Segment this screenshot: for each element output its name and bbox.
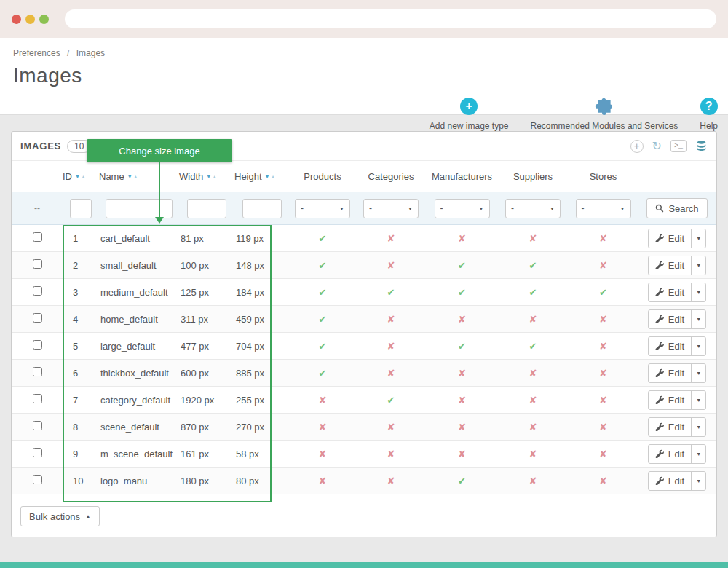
- flag-stores: ✔: [569, 279, 638, 306]
- plus-circle-icon: +: [460, 98, 478, 115]
- edit-dropdown-toggle[interactable]: ▼: [691, 283, 705, 301]
- row-checkbox[interactable]: [33, 259, 42, 269]
- row-height: 58 px: [234, 441, 290, 468]
- flag-suppliers: ✘: [497, 441, 569, 468]
- help-button[interactable]: ? Help: [700, 98, 718, 131]
- address-bar[interactable]: [65, 9, 716, 28]
- window-minimize-button[interactable]: [25, 15, 35, 24]
- panel-add-icon[interactable]: +: [630, 140, 644, 153]
- chevron-down-icon: ▼: [696, 263, 701, 268]
- edit-button-group: Edit ▼: [648, 444, 706, 464]
- sort-icons: ▼▲: [127, 174, 138, 179]
- row-width: 180 px: [179, 468, 234, 494]
- recommended-modules-button[interactable]: Recommended Modules and Services: [531, 98, 678, 131]
- recommended-modules-label: Recommended Modules and Services: [531, 121, 678, 131]
- bulk-actions-button[interactable]: Bulk actions ▲: [20, 506, 100, 526]
- col-header-height[interactable]: Height▼▲: [234, 161, 290, 192]
- filter-id-input[interactable]: [70, 199, 92, 218]
- filter-manufacturers-select[interactable]: -▼: [435, 199, 490, 218]
- edit-button[interactable]: Edit: [649, 310, 691, 328]
- row-checkbox[interactable]: [33, 340, 42, 350]
- row-height: 184 px: [234, 279, 290, 306]
- filter-stores-select[interactable]: -▼: [576, 199, 631, 218]
- edit-button[interactable]: Edit: [649, 229, 691, 248]
- search-button[interactable]: Search: [646, 198, 707, 218]
- row-checkbox[interactable]: [33, 475, 42, 484]
- edit-button[interactable]: Edit: [649, 418, 691, 436]
- flag-stores: ✘: [569, 306, 638, 333]
- flag-products: ✔: [290, 252, 355, 279]
- sort-icons: ▼▲: [75, 174, 86, 179]
- edit-dropdown-toggle[interactable]: ▼: [691, 445, 705, 463]
- filter-products-select[interactable]: -▼: [295, 199, 350, 218]
- row-checkbox[interactable]: [33, 367, 42, 376]
- window-maximize-button[interactable]: [39, 15, 49, 24]
- edit-label: Edit: [668, 422, 684, 433]
- edit-button-group: Edit ▼: [648, 256, 706, 275]
- edit-dropdown-toggle[interactable]: ▼: [691, 337, 705, 355]
- window-close-button[interactable]: [12, 15, 21, 24]
- filter-name-input[interactable]: [106, 199, 173, 218]
- sort-asc-icon: ▲: [133, 174, 138, 179]
- sort-asc-icon: ▲: [81, 174, 86, 179]
- edit-dropdown-toggle[interactable]: ▼: [691, 391, 705, 409]
- edit-button[interactable]: Edit: [649, 283, 691, 301]
- add-new-image-type-button[interactable]: + Add new image type: [430, 98, 509, 131]
- row-width: 1920 px: [179, 387, 234, 414]
- main-content: IMAGES 10 + ↻ >_: [0, 115, 728, 537]
- row-id: 8: [63, 414, 99, 441]
- edit-button[interactable]: Edit: [649, 256, 691, 275]
- edit-dropdown-toggle[interactable]: ▼: [691, 472, 705, 490]
- flag-manufacturers: ✘: [427, 360, 497, 387]
- filter-categories-select[interactable]: -▼: [363, 199, 419, 218]
- flag-categories: ✘: [355, 414, 427, 441]
- chevron-down-icon: ▼: [479, 206, 484, 211]
- flag-products: ✔: [290, 333, 355, 360]
- edit-label: Edit: [668, 395, 684, 406]
- edit-button-group: Edit ▼: [648, 471, 706, 491]
- help-icon: ?: [700, 98, 718, 115]
- edit-dropdown-toggle[interactable]: ▼: [691, 256, 705, 275]
- edit-button[interactable]: Edit: [649, 364, 691, 382]
- edit-dropdown-toggle[interactable]: ▼: [691, 418, 705, 436]
- filter-width-input[interactable]: [187, 199, 226, 218]
- row-name: small_default: [99, 252, 179, 279]
- chevron-down-icon: ▼: [696, 344, 701, 349]
- page-title: Images: [13, 64, 715, 87]
- flag-suppliers: ✘: [497, 468, 569, 494]
- flag-categories: ✘: [355, 333, 427, 360]
- refresh-icon[interactable]: ↻: [652, 139, 662, 153]
- filter-height-input[interactable]: [242, 199, 282, 218]
- edit-dropdown-toggle[interactable]: ▼: [691, 310, 705, 328]
- edit-button[interactable]: Edit: [649, 472, 691, 490]
- table-row: 1 cart_default 81 px 119 px ✔ ✘ ✘ ✘ ✘ Ed…: [12, 225, 716, 252]
- edit-label: Edit: [668, 314, 684, 325]
- filter-suppliers-select[interactable]: -▼: [505, 199, 561, 218]
- row-checkbox[interactable]: [33, 448, 42, 457]
- flag-suppliers: ✘: [497, 306, 569, 333]
- row-id: 4: [63, 306, 99, 333]
- terminal-icon[interactable]: >_: [670, 140, 687, 152]
- row-id: 7: [63, 387, 99, 414]
- stack-icon[interactable]: [695, 140, 708, 152]
- row-checkbox[interactable]: [33, 421, 42, 430]
- edit-button[interactable]: Edit: [649, 337, 691, 355]
- col-header-name[interactable]: Name▼▲: [99, 161, 179, 192]
- edit-dropdown-toggle[interactable]: ▼: [691, 229, 705, 248]
- images-table: ID▼▲ Name▼▲ Width▼▲ Height▼▲ Products Ca…: [12, 161, 716, 494]
- row-checkbox[interactable]: [33, 232, 42, 242]
- edit-button[interactable]: Edit: [649, 391, 691, 409]
- breadcrumb-current: Images: [76, 48, 105, 58]
- col-header-id[interactable]: ID▼▲: [63, 161, 99, 192]
- edit-dropdown-toggle[interactable]: ▼: [691, 364, 705, 382]
- col-header-width[interactable]: Width▼▲: [179, 161, 234, 192]
- chevron-down-icon: ▼: [550, 206, 555, 211]
- chevron-down-icon: ▼: [696, 451, 701, 457]
- row-checkbox[interactable]: [33, 394, 42, 403]
- row-checkbox[interactable]: [33, 286, 42, 296]
- sort-desc-icon: ▼: [206, 174, 211, 179]
- edit-button[interactable]: Edit: [649, 445, 691, 463]
- breadcrumb-parent[interactable]: Preferences: [13, 48, 60, 58]
- flag-manufacturers: ✘: [427, 387, 497, 414]
- row-checkbox[interactable]: [33, 313, 42, 323]
